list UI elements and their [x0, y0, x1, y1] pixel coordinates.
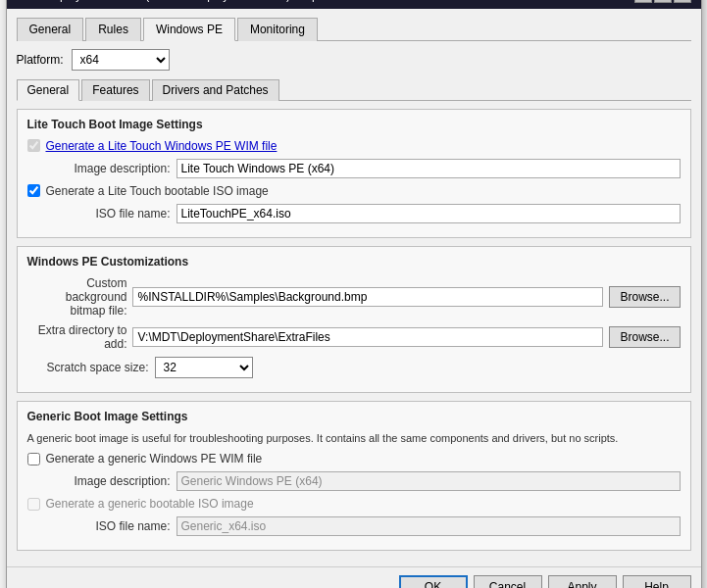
- sub-tab-general[interactable]: General: [17, 79, 80, 101]
- sub-tab-bar: General Features Drivers and Patches: [17, 78, 691, 101]
- scratch-label: Scratch space size:: [27, 361, 155, 374]
- apply-button[interactable]: Apply: [548, 575, 617, 588]
- generic-iso-file-label: ISO file name:: [49, 519, 177, 533]
- generic-iso-file-input: [177, 516, 681, 536]
- bottom-bar: OK Cancel Apply Help: [7, 566, 701, 588]
- pe-customizations-section: Windows PE Customizations Custom backgro…: [17, 246, 691, 393]
- generate-iso-label: Generate a Lite Touch bootable ISO image: [46, 184, 269, 198]
- sub-tab-features[interactable]: Features: [81, 79, 149, 101]
- scratch-row: Scratch space size: 32 64 128 256: [27, 357, 681, 378]
- tab-monitoring[interactable]: Monitoring: [237, 18, 318, 41]
- generic-wim-label: Generate a generic Windows PE WIM file: [46, 452, 263, 466]
- platform-label: Platform:: [17, 53, 64, 67]
- image-description-label: Image description:: [49, 162, 177, 175]
- cancel-button[interactable]: Cancel: [474, 575, 542, 588]
- scratch-select[interactable]: 32 64 128 256: [155, 357, 253, 378]
- sub-tab-drivers-patches[interactable]: Drivers and Patches: [152, 79, 279, 101]
- iso-file-input[interactable]: [177, 204, 681, 223]
- image-description-input[interactable]: [177, 159, 681, 178]
- lite-touch-section: Lite Touch Boot Image Settings Generate …: [17, 109, 691, 238]
- minimize-button[interactable]: ─: [634, 0, 652, 3]
- tab-windows-pe[interactable]: Windows PE: [143, 18, 235, 41]
- maximize-button[interactable]: □: [654, 0, 672, 3]
- generic-wim-row: Generate a generic Windows PE WIM file: [27, 452, 681, 466]
- title-bar: MDT Deployment Share (V:\MDT\DeploymentS…: [7, 0, 701, 9]
- generate-wim-label: Generate a Lite Touch Windows PE WIM fil…: [46, 139, 278, 153]
- generic-iso-file-row: ISO file name:: [27, 516, 681, 536]
- generic-image-description-input: [177, 471, 681, 491]
- generic-boot-info: A generic boot image is useful for troub…: [27, 431, 681, 446]
- generate-wim-checkbox[interactable]: [27, 139, 40, 152]
- ok-button[interactable]: OK: [399, 575, 468, 588]
- generic-boot-title: Generic Boot Image Settings: [27, 410, 681, 423]
- generic-iso-checkbox[interactable]: [27, 498, 40, 511]
- extra-dir-input[interactable]: [132, 327, 603, 347]
- background-input[interactable]: [132, 287, 603, 307]
- tab-rules[interactable]: Rules: [85, 18, 141, 41]
- close-button[interactable]: ✕: [674, 0, 691, 3]
- dialog-content: General Rules Windows PE Monitoring Plat…: [7, 9, 701, 566]
- platform-select[interactable]: x64 x86: [72, 49, 170, 71]
- window-title: MDT Deployment Share (V:\MDT\DeploymentS…: [17, 0, 347, 2]
- generate-wim-row: Generate a Lite Touch Windows PE WIM fil…: [27, 139, 681, 153]
- generic-image-description-row: Image description:: [27, 471, 681, 491]
- generic-iso-label: Generate a generic bootable ISO image: [46, 497, 254, 511]
- generic-wim-checkbox[interactable]: [27, 453, 40, 466]
- generic-image-description-label: Image description:: [49, 474, 177, 488]
- generate-iso-checkbox[interactable]: [27, 184, 40, 197]
- help-button[interactable]: Help: [623, 575, 691, 588]
- image-description-row: Image description:: [27, 159, 681, 178]
- lite-touch-section-title: Lite Touch Boot Image Settings: [27, 118, 681, 131]
- background-row: Custom background bitmap file: Browse...: [27, 276, 681, 318]
- extra-dir-row: Extra directory to add: Browse...: [27, 323, 681, 351]
- top-tab-bar: General Rules Windows PE Monitoring: [17, 17, 691, 41]
- iso-file-label: ISO file name:: [49, 207, 177, 220]
- pe-customizations-title: Windows PE Customizations: [27, 255, 681, 269]
- window-controls: ─ □ ✕: [634, 0, 691, 3]
- extra-dir-label: Extra directory to add:: [27, 323, 133, 351]
- platform-row: Platform: x64 x86: [17, 49, 691, 71]
- generic-iso-row: Generate a generic bootable ISO image: [27, 497, 681, 511]
- dialog-window: MDT Deployment Share (V:\MDT\DeploymentS…: [6, 0, 702, 588]
- browse-extra-dir-button[interactable]: Browse...: [609, 326, 680, 348]
- background-label: Custom background bitmap file:: [27, 276, 133, 318]
- generate-iso-row: Generate a Lite Touch bootable ISO image: [27, 184, 681, 198]
- tab-general[interactable]: General: [17, 18, 84, 41]
- iso-file-row: ISO file name:: [27, 204, 681, 223]
- generic-boot-section: Generic Boot Image Settings A generic bo…: [17, 401, 691, 551]
- browse-background-button[interactable]: Browse...: [609, 286, 680, 308]
